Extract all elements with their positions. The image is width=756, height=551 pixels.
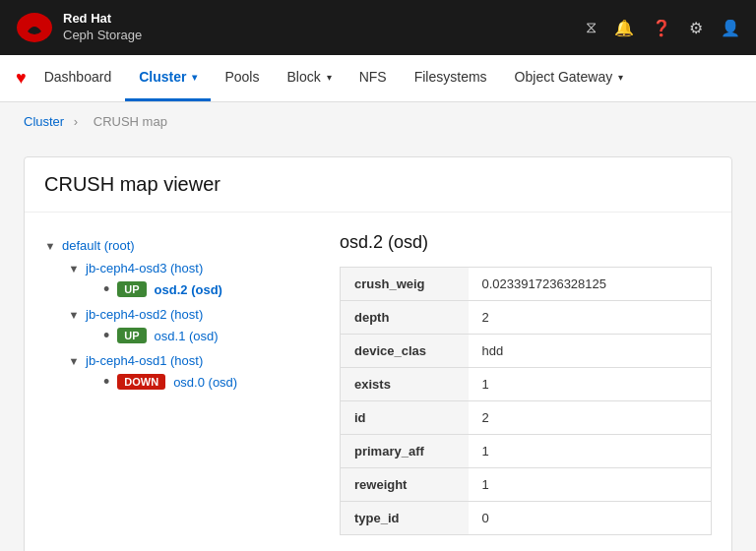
host1-toggle: ▼ [68, 309, 80, 321]
detail-row-5: primary_aff1 [341, 435, 712, 468]
tree-children: ▼ jb-ceph4-osd3 (host) • up osd.2 (osd) [68, 259, 300, 394]
leaf-bullet: • [103, 327, 109, 344]
cluster-dropdown-caret: ▾ [192, 72, 197, 83]
detail-row-4: id2 [341, 401, 712, 435]
tree-leaf-0-0: • up osd.2 (osd) [103, 277, 300, 301]
page-title: CRUSH map viewer [44, 173, 712, 196]
detail-value-3: 1 [469, 368, 712, 401]
host1-children: • up osd.1 (osd) [92, 324, 300, 347]
detail-key-3: exists [341, 368, 469, 401]
detail-value-6: 1 [469, 468, 712, 502]
subnav-item-pools[interactable]: Pools [211, 55, 273, 101]
heart-icon: ♥ [16, 68, 27, 89]
detail-row-0: crush_weig0.0233917236328125 [341, 268, 712, 301]
detail-key-4: id [341, 401, 469, 435]
detail-row-6: reweight1 [341, 468, 712, 502]
settings-icon[interactable]: ⚙ [689, 19, 703, 37]
detail-row-7: type_id0 [341, 502, 712, 535]
osd-label-2-0[interactable]: osd.0 (osd) [173, 375, 237, 390]
user-icon[interactable]: 👤 [721, 19, 740, 37]
detail-value-5: 1 [469, 435, 712, 468]
detail-panel: osd.2 (osd) crush_weig0.0233917236328125… [340, 232, 712, 535]
object-gateway-dropdown-caret: ▾ [618, 72, 623, 83]
detail-title: osd.2 (osd) [340, 232, 712, 253]
bell-icon[interactable]: 🔔 [614, 19, 634, 37]
leaf-bullet: • [103, 280, 109, 298]
help-icon[interactable]: ❓ [652, 19, 671, 37]
tree-host-1: ▼ jb-ceph4-osd2 (host) • up osd.1 (osd) [68, 305, 300, 347]
tree-panel: ▼ default (root) ▼ jb-ceph4-osd3 (host) [44, 232, 300, 535]
subnav-item-nfs[interactable]: NFS [346, 55, 401, 101]
detail-row-2: device_clashdd [341, 335, 712, 368]
top-navbar: Red Hat Ceph Storage ⧖ 🔔 ❓ ⚙ 👤 [0, 0, 756, 55]
card-header: CRUSH map viewer [25, 157, 731, 213]
breadcrumb: Cluster › CRUSH map [0, 102, 756, 141]
osd-label-1-0[interactable]: osd.1 (osd) [155, 329, 219, 343]
card-body: ▼ default (root) ▼ jb-ceph4-osd3 (host) [25, 213, 731, 551]
secondary-nav: ♥ Dashboard Cluster ▾ Pools Block ▾ NFS … [0, 55, 756, 102]
breadcrumb-parent[interactable]: Cluster [24, 114, 64, 129]
host0-label[interactable]: jb-ceph4-osd3 (host) [86, 261, 203, 276]
navbar-icons: ⧖ 🔔 ❓ ⚙ 👤 [586, 19, 740, 37]
detail-value-1: 2 [469, 301, 712, 335]
root-toggle: ▼ [44, 240, 56, 252]
detail-value-0: 0.0233917236328125 [469, 268, 712, 301]
tree-leaf-1-0: • up osd.1 (osd) [103, 324, 300, 347]
detail-key-1: depth [341, 301, 469, 335]
detail-value-4: 2 [469, 401, 712, 435]
subnav-item-cluster[interactable]: Cluster ▾ [125, 55, 211, 101]
detail-key-7: type_id [341, 502, 469, 535]
root-label[interactable]: default (root) [62, 238, 135, 253]
host2-children: • down osd.0 (osd) [92, 370, 300, 394]
detail-key-6: reweight [341, 468, 469, 502]
brand-text: Red Hat Ceph Storage [63, 11, 142, 44]
detail-table: crush_weig0.0233917236328125depth2device… [340, 267, 712, 535]
redhat-logo [16, 12, 53, 43]
osd-label-0-0[interactable]: osd.2 (osd) [155, 282, 222, 297]
crush-map-card: CRUSH map viewer ▼ default (root) ▼ [24, 156, 732, 551]
subnav-item-filesystems[interactable]: Filesystems [401, 55, 501, 101]
osd-status-badge-1-0: up [117, 328, 146, 343]
tree-root-node: ▼ default (root) ▼ jb-ceph4-osd3 (host) [44, 236, 300, 394]
detail-value-7: 0 [469, 502, 712, 535]
tree-leaf-2-0: • down osd.0 (osd) [103, 370, 300, 394]
breadcrumb-separator: › [74, 114, 78, 129]
osd-status-badge-0-0: up [117, 281, 146, 297]
leaf-bullet: • [103, 373, 109, 391]
host2-label[interactable]: jb-ceph4-osd1 (host) [86, 353, 203, 368]
subnav-item-dashboard[interactable]: Dashboard [31, 55, 126, 101]
detail-key-0: crush_weig [341, 268, 469, 301]
breadcrumb-current: CRUSH map [94, 114, 167, 129]
page-content: CRUSH map viewer ▼ default (root) ▼ [0, 141, 756, 551]
brand: Red Hat Ceph Storage [16, 11, 142, 44]
host1-label[interactable]: jb-ceph4-osd2 (host) [86, 307, 203, 322]
host0-children: • up osd.2 (osd) [92, 277, 300, 301]
detail-row-3: exists1 [341, 368, 712, 401]
tree-host-0: ▼ jb-ceph4-osd3 (host) • up osd.2 (osd) [68, 259, 300, 301]
subnav-item-block[interactable]: Block ▾ [273, 55, 345, 101]
subnav-item-object-gateway[interactable]: Object Gateway ▾ [501, 55, 638, 101]
osd-status-badge-2-0: down [117, 374, 165, 390]
tree-host-2: ▼ jb-ceph4-osd1 (host) • down osd.0 (osd… [68, 351, 300, 394]
detail-key-5: primary_aff [341, 435, 469, 468]
tree-host-2-row[interactable]: ▼ jb-ceph4-osd1 (host) [68, 351, 300, 370]
host2-toggle: ▼ [68, 355, 80, 367]
detail-row-1: depth2 [341, 301, 712, 335]
tree-host-1-row[interactable]: ▼ jb-ceph4-osd2 (host) [68, 305, 300, 324]
host0-toggle: ▼ [68, 263, 80, 275]
tree-host-0-row[interactable]: ▼ jb-ceph4-osd3 (host) [68, 259, 300, 277]
detail-key-2: device_clas [341, 335, 469, 368]
detail-value-2: hdd [469, 335, 712, 368]
tree-root-row[interactable]: ▼ default (root) [44, 236, 300, 255]
block-dropdown-caret: ▾ [327, 72, 332, 83]
task-icon[interactable]: ⧖ [586, 19, 597, 36]
